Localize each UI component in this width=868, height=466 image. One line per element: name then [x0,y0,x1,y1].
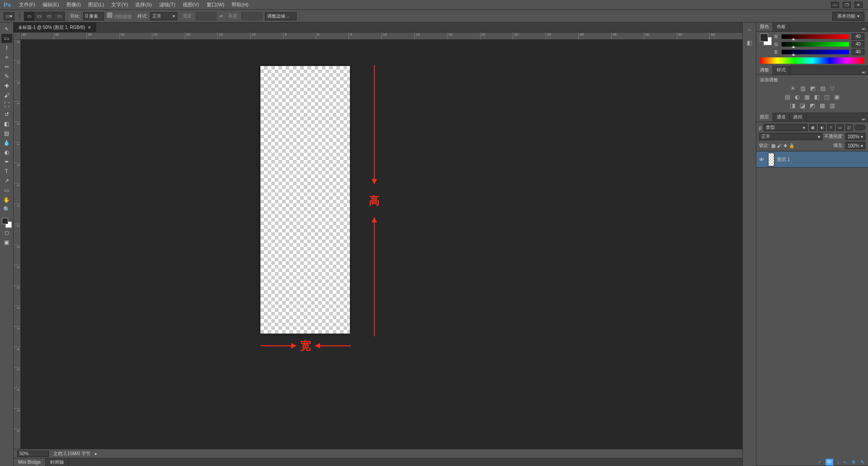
blend-mode-select[interactable]: 正常▾ [759,133,822,140]
eraser-tool-icon[interactable]: ◧ [1,119,12,128]
gradient-tool-icon[interactable]: ▤ [1,129,12,138]
ruler-horizontal[interactable]: 4540353025201510505101520253035404550556… [21,33,742,40]
filter-icon[interactable]: ρ [759,125,762,130]
lasso-tool-icon[interactable]: ⌇ [1,43,12,52]
ime-icon[interactable]: •, [843,459,848,465]
eyedropper-tool-icon[interactable]: ✎ [1,72,12,81]
close-tab-icon[interactable]: ✕ [88,25,91,30]
tab-styles[interactable]: 样式 [773,66,790,75]
ime-icon[interactable]: ⚙ [850,459,857,465]
layer-row[interactable]: 👁 图层 1 [756,151,868,168]
dodge-tool-icon[interactable]: ◐ [1,148,12,157]
quickmask-icon[interactable]: ◻ [1,228,12,237]
adjust-icon[interactable]: ▥ [800,85,806,92]
slider-r[interactable] [782,34,849,39]
slider-g[interactable] [782,42,849,47]
selection-new[interactable]: ▭ [24,12,34,20]
marquee-tool-icon[interactable]: ▭ [1,34,12,43]
adjust-icon[interactable]: ☀ [790,85,796,92]
value-g[interactable]: 40 [852,41,864,47]
panel-menu-icon[interactable]: ▾≡ [860,27,868,31]
filter-pixel-icon[interactable]: ▦ [809,124,816,131]
screenmode-icon[interactable]: ▣ [1,238,12,247]
layer-name[interactable]: 图层 1 [777,156,790,163]
ime-icon[interactable]: ♪ [836,459,840,465]
collapsed-panel-icon[interactable]: ↔ [746,26,752,33]
adjust-icon[interactable]: ▥ [830,102,835,109]
tool-indicator[interactable]: ▭▾ [4,12,14,20]
document-tab[interactable]: 未标题-1 @ 50% (图层 1, RGB/8) ✕ [14,23,96,32]
document-canvas[interactable] [260,66,350,334]
menu-window[interactable]: 窗口(W) [203,0,228,9]
adjust-icon[interactable]: ▨ [820,85,826,92]
visibility-icon[interactable]: 👁 [759,157,765,162]
selection-intersect[interactable]: ▭ [54,12,64,20]
menu-help[interactable]: 帮助(H) [228,0,252,9]
crop-tool-icon[interactable]: ✂ [1,62,12,71]
selection-add[interactable]: ▭ [34,12,44,20]
panel-menu-icon[interactable]: ▾≡ [860,71,868,75]
lock-pixel-icon[interactable]: 🖌 [777,143,782,148]
fill-field[interactable]: 100%▾ [845,142,865,149]
filter-type-icon[interactable]: T [827,124,835,131]
ime-icon[interactable]: ✎ [859,459,865,465]
tab-swatches[interactable]: 色板 [773,22,790,31]
brush-tool-icon[interactable]: 🖌 [1,91,12,100]
workspace-switcher[interactable]: 基本功能 ▾ [832,12,864,21]
menu-filter[interactable]: 滤镜(T) [156,0,179,9]
path-select-tool-icon[interactable]: ↗ [1,176,12,185]
panel-menu-icon[interactable]: ▾≡ [860,118,868,122]
lock-trans-icon[interactable]: ▦ [771,143,775,148]
tab-color[interactable]: 颜色 [756,22,773,31]
menu-file[interactable]: 文件(F) [15,0,39,9]
filter-adjust-icon[interactable]: ◐ [818,124,826,131]
window-restore[interactable]: ❐ [843,2,851,8]
selection-subtract[interactable]: ▭ [44,12,54,20]
tab-adjustments[interactable]: 调整 [756,66,773,75]
ime-icon[interactable]: ✓ [817,459,823,465]
spectrum-bar[interactable] [760,57,864,64]
filter-toggle[interactable] [854,125,865,130]
adjust-icon[interactable]: ▤ [785,94,790,100]
window-minimize[interactable]: — [831,2,839,8]
zoom-tool-icon[interactable]: 🔍 [1,205,12,214]
adjust-icon[interactable]: ▩ [820,102,825,109]
canvas-stage[interactable]: 高 宽 [21,40,742,449]
lock-pos-icon[interactable]: ✥ [783,143,787,148]
style-select[interactable]: 正常▾ [150,12,177,20]
filter-kind-select[interactable]: 类型▾ [764,124,807,131]
adjust-icon[interactable]: ▦ [804,94,810,100]
window-close[interactable]: ✕ [854,2,863,8]
ruler-vertical[interactable]: 50510152025303540455 [14,40,21,449]
history-brush-tool-icon[interactable]: ↺ [1,110,12,119]
opacity-field[interactable]: 100%▾ [845,133,865,140]
menu-layer[interactable]: 图层(L) [85,0,108,9]
hand-tool-icon[interactable]: ✋ [1,195,12,204]
lock-all-icon[interactable]: 🔒 [789,143,794,148]
blur-tool-icon[interactable]: 💧 [1,138,12,147]
slider-b[interactable] [782,50,849,54]
status-menu-icon[interactable]: ▸ [95,451,97,456]
stamp-tool-icon[interactable]: ⛶ [1,100,12,109]
value-r[interactable]: 40 [852,33,864,40]
refine-edge-button[interactable]: 调整边缘… [265,12,297,20]
magic-wand-tool-icon[interactable]: ✧ [1,53,12,62]
layer-thumb[interactable] [768,153,774,166]
menu-edit[interactable]: 编辑(E) [39,0,63,9]
adjust-icon[interactable]: ◐ [795,94,800,100]
filter-smart-icon[interactable]: ◫ [845,124,853,131]
panel-color-swatch[interactable] [760,33,772,45]
tab-channels[interactable]: 通道 [773,113,790,122]
menu-type[interactable]: 文字(Y) [108,0,132,9]
adjust-icon[interactable]: ◩ [810,85,816,92]
tab-mini-bridge[interactable]: Mini Bridge [14,458,46,466]
tab-layers[interactable]: 图层 [756,113,773,122]
menu-image[interactable]: 图像(I) [63,0,85,9]
ime-lang[interactable]: 中 [826,459,833,466]
adjust-icon[interactable]: ◪ [800,102,805,109]
heal-tool-icon[interactable]: ✚ [1,81,12,90]
move-tool-icon[interactable]: ↖ [1,24,12,33]
shape-tool-icon[interactable]: ▭ [1,186,12,195]
feather-field[interactable]: 0 像素 [83,12,104,20]
collapsed-panel-icon[interactable]: ◧ [747,39,752,46]
